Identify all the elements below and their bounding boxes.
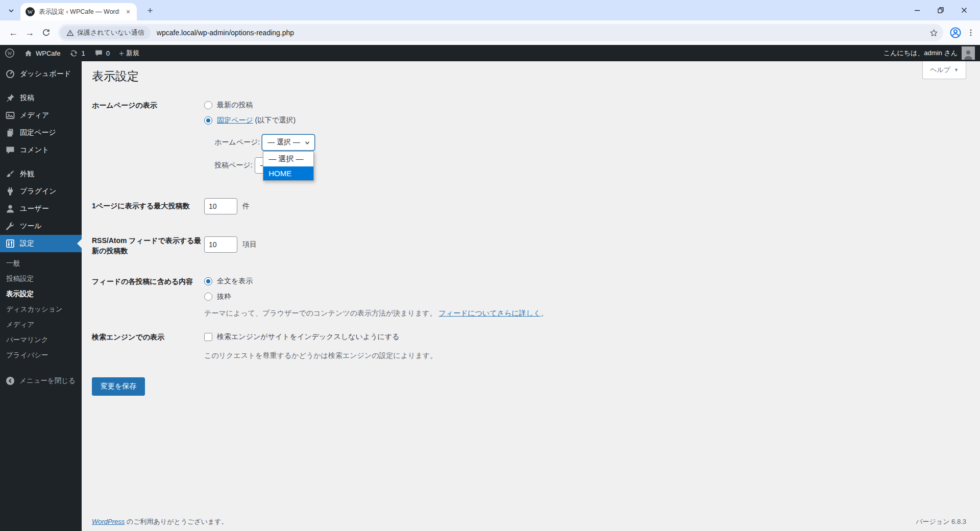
wordpress-favicon-icon: W xyxy=(26,7,35,16)
settings-submenu: 一般 投稿設定 表示設定 ディスカッション メディア パーマリンク プライバシー xyxy=(0,252,82,363)
chevron-down-icon xyxy=(304,139,311,147)
static-page-suffix: (以下で選択) xyxy=(255,116,296,124)
submenu-item-permalinks[interactable]: パーマリンク xyxy=(0,332,82,348)
discourage-indexing-checkbox[interactable] xyxy=(204,333,212,341)
radio-full-text[interactable] xyxy=(204,277,212,285)
sidebar-item-comments[interactable]: コメント xyxy=(0,141,82,159)
dropdown-option-home[interactable]: HOME xyxy=(263,166,313,180)
plus-icon: + xyxy=(119,49,124,58)
new-tab-button[interactable]: + xyxy=(144,5,156,17)
sidebar-item-media[interactable]: メディア xyxy=(0,107,82,124)
submenu-item-discussion[interactable]: ディスカッション xyxy=(0,302,82,317)
media-icon xyxy=(5,110,15,120)
rss-items-input[interactable] xyxy=(204,236,237,253)
submenu-item-privacy[interactable]: プライバシー xyxy=(0,348,82,363)
save-changes-button[interactable]: 変更を保存 xyxy=(92,377,145,396)
submenu-item-media[interactable]: メディア xyxy=(0,317,82,332)
submenu-item-reading[interactable]: 表示設定 xyxy=(0,286,82,302)
radio-latest-posts[interactable] xyxy=(204,101,212,109)
refresh-button[interactable] xyxy=(38,25,54,41)
sidebar-item-pages[interactable]: 固定ページ xyxy=(0,124,82,141)
new-label: 新規 xyxy=(126,49,139,58)
wordpress-footer-link[interactable]: WordPress xyxy=(92,518,125,525)
forward-button[interactable]: → xyxy=(21,25,38,41)
new-content-menu[interactable]: + 新規 xyxy=(114,45,144,61)
back-button[interactable]: ← xyxy=(5,25,21,41)
posts-per-page-input[interactable] xyxy=(204,198,237,214)
submenu-item-writing[interactable]: 投稿設定 xyxy=(0,271,82,286)
sidebar-item-users[interactable]: ユーザー xyxy=(0,200,82,218)
admin-footer: WordPress のご利用ありがとうございます。 バージョン 6.8.3 xyxy=(92,517,966,526)
collapse-menu-button[interactable]: メニューを閉じる xyxy=(0,372,82,390)
search-engine-hint: このリクエストを尊重するかどうかは検索エンジンの設定によります。 xyxy=(204,351,437,360)
radio-excerpt[interactable] xyxy=(204,293,212,301)
address-bar[interactable]: 保護されていない通信 wpcafe.local/wp-admin/options… xyxy=(58,24,943,41)
user-avatar[interactable] xyxy=(962,46,975,60)
collapse-arrow-icon xyxy=(5,376,15,386)
footer-thanks-text: のご利用ありがとうございます。 xyxy=(127,518,228,525)
updates-menu[interactable]: 1 xyxy=(65,45,89,61)
footer-thanks: WordPress のご利用ありがとうございます。 xyxy=(92,517,228,526)
caret-down-icon: ▼ xyxy=(954,67,959,73)
sidebar-item-posts[interactable]: 投稿 xyxy=(0,89,82,107)
url-text: wpcafe.local/wp-admin/options-reading.ph… xyxy=(157,29,925,37)
window-restore-button[interactable] xyxy=(929,0,952,20)
svg-text:W: W xyxy=(8,51,12,56)
homepage-select[interactable]: — 選択 — — 選択 — HOME xyxy=(262,134,315,151)
home-icon xyxy=(24,49,33,58)
comments-icon xyxy=(5,145,15,155)
browser-tab[interactable]: W 表示設定 ‹ WPCafe — WordPres × xyxy=(20,3,137,20)
posts-per-page-label: 1ページに表示する最大投稿数 xyxy=(92,198,204,214)
radio-latest-posts-label[interactable]: 最新の投稿 xyxy=(217,101,253,110)
homepage-select-dropdown: — 選択 — HOME xyxy=(263,151,314,181)
appearance-brush-icon xyxy=(5,169,15,179)
tab-close-icon[interactable]: × xyxy=(124,7,133,16)
version-text: バージョン 6.8.3 xyxy=(916,517,966,526)
feed-content-label: フィードの各投稿に含める内容 xyxy=(92,274,204,318)
update-count: 1 xyxy=(81,50,85,57)
sidebar-item-plugins[interactable]: プラグイン xyxy=(0,183,82,200)
browser-tabstrip: W 表示設定 ‹ WPCafe — WordPres × + xyxy=(0,0,980,20)
posts-page-select-label: 投稿ページ: xyxy=(214,161,253,170)
wp-admin-bar: W WPCafe 1 0 + 新規 こんにちは、admin さん xyxy=(0,45,980,61)
sidebar-item-dashboard[interactable]: ダッシュボード xyxy=(0,65,82,83)
discourage-indexing-label[interactable]: 検索エンジンがサイトをインデックスしないようにする xyxy=(217,332,400,342)
sidebar-item-appearance[interactable]: 外観 xyxy=(0,165,82,183)
admin-sidebar: ダッシュボード 投稿 メディア 固定ページ コメント 外観 プラグイン xyxy=(0,61,82,531)
static-page-link[interactable]: 固定ページ xyxy=(217,116,253,124)
plugin-icon xyxy=(5,186,15,197)
browser-menu-kebab-icon[interactable] xyxy=(967,29,975,37)
submenu-item-general[interactable]: 一般 xyxy=(0,256,82,271)
sidebar-item-settings[interactable]: 設定 xyxy=(0,235,82,252)
site-name: WPCafe xyxy=(36,50,60,57)
site-name-menu[interactable]: WPCafe xyxy=(19,45,65,61)
window-minimize-button[interactable] xyxy=(905,0,929,20)
window-close-button[interactable] xyxy=(952,0,976,20)
dropdown-option-select[interactable]: — 選択 — xyxy=(263,152,313,166)
radio-full-text-label[interactable]: 全文を表示 xyxy=(217,277,253,286)
tab-title: 表示設定 ‹ WPCafe — WordPres xyxy=(39,8,119,16)
wordpress-logo-icon: W xyxy=(5,48,15,58)
tab-search-chevron-icon[interactable] xyxy=(5,5,17,17)
dashboard-icon xyxy=(5,69,15,79)
person-icon xyxy=(963,49,974,60)
account-greeting[interactable]: こんにちは、admin さん xyxy=(884,49,958,58)
posts-per-page-suffix: 件 xyxy=(242,202,250,211)
bookmark-star-icon[interactable] xyxy=(929,29,938,37)
rss-items-label: RSS/Atom フィードで表示する最新の投稿数 xyxy=(92,233,204,256)
profile-avatar-icon[interactable] xyxy=(949,27,962,39)
comments-menu[interactable]: 0 xyxy=(90,45,114,61)
settings-sliders-icon xyxy=(5,238,15,249)
help-button[interactable]: ヘルプ ▼ xyxy=(922,61,966,79)
radio-excerpt-label[interactable]: 抜粋 xyxy=(217,292,231,301)
radio-static-page[interactable] xyxy=(204,116,212,125)
security-chip-label: 保護されていない通信 xyxy=(77,28,144,37)
sidebar-item-tools[interactable]: ツール xyxy=(0,218,82,235)
feed-docs-link[interactable]: フィードについてさらに詳しく xyxy=(438,309,541,317)
wp-logo-menu[interactable]: W xyxy=(0,45,19,61)
security-warning-chip[interactable]: 保護されていない通信 xyxy=(60,26,151,39)
comment-count: 0 xyxy=(106,50,110,57)
front-page-label: ホームページの表示 xyxy=(92,98,204,174)
comment-icon xyxy=(94,49,103,58)
update-icon xyxy=(69,49,78,58)
